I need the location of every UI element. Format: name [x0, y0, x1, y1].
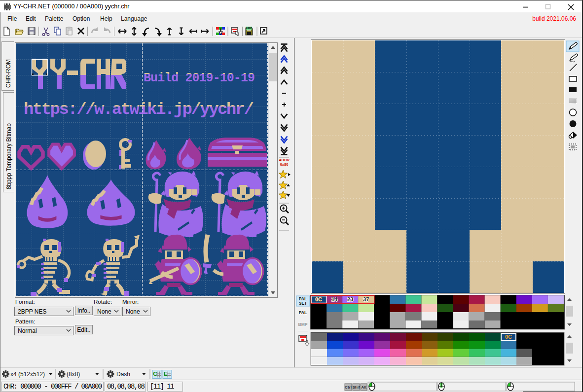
svg-text:Dash: Dash: [116, 371, 130, 378]
svg-text:https://w.atwiki.jp/yychr/: https://w.atwiki.jp/yychr/: [24, 100, 254, 119]
svg-text:Build 2019-10-19: Build 2019-10-19: [144, 71, 255, 85]
svg-text:BMP: BMP: [246, 27, 252, 30]
svg-text:E: E: [164, 371, 168, 377]
svg-text:(8x8): (8x8): [67, 371, 80, 378]
svg-text:Ctrl: Ctrl: [345, 385, 352, 390]
svg-text:0C: 0C: [315, 296, 322, 302]
svg-text:C: C: [153, 371, 157, 377]
svg-text:Shif: Shif: [352, 385, 360, 390]
svg-text:ADDR: ADDR: [279, 158, 290, 162]
svg-text:x4 (512x512): x4 (512x512): [10, 371, 45, 378]
svg-text:14: 14: [331, 296, 338, 302]
svg-text:0x80: 0x80: [280, 162, 289, 167]
svg-text:PAL: PAL: [299, 310, 307, 315]
svg-text:37: 37: [363, 296, 369, 302]
svg-text:0C: 0C: [505, 334, 512, 340]
svg-text:BMP: BMP: [298, 322, 308, 327]
svg-text:SET: SET: [299, 301, 307, 306]
svg-text:23: 23: [347, 296, 353, 302]
svg-text:Alt: Alt: [361, 385, 366, 390]
